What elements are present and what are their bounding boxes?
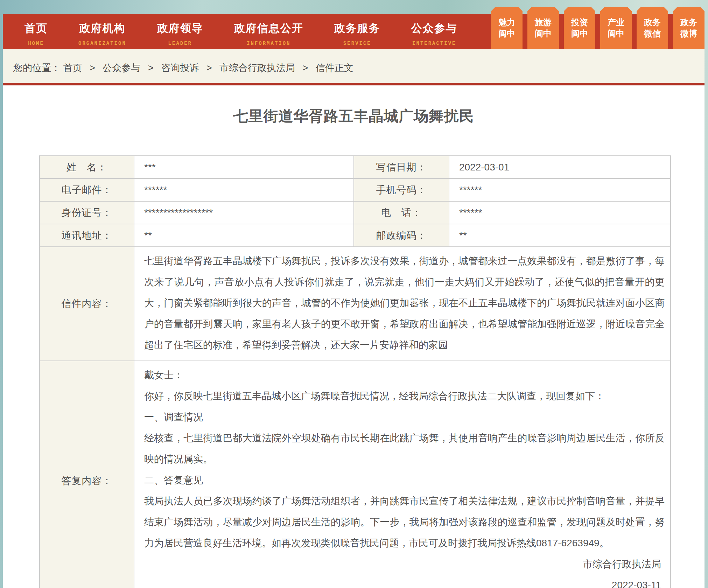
nav-item-sublabel: LEADER (168, 41, 192, 46)
table-row-reply-content: 答复内容： 戴女士： 你好，你反映七里街道五丰晶城小区广场舞噪音扰民情况，经我局… (40, 361, 671, 588)
field-label-id-number: 身份证号： (40, 201, 134, 224)
reply-salutation: 戴女士： (144, 365, 665, 386)
tab-gov-weibo[interactable]: 政务 微博 (673, 7, 705, 49)
breadcrumb-link-enforcement-bureau[interactable]: 市综合行政执法局 (219, 63, 295, 73)
field-value-email: ****** (134, 178, 354, 201)
field-value-mobile: ****** (449, 178, 671, 201)
nav-item-label: 政务服务 (334, 21, 380, 36)
nav-item-organization[interactable]: 政府机构 ORGANIZATION (78, 14, 126, 49)
letter-detail-table: 姓 名： *** 写信日期： 2022-03-01 电子邮件： ****** 手… (39, 155, 671, 588)
reply-section-1-body: 经核查，七里街道巴都大道法院外空坝处确有市民长期在此跳广场舞，其使用音响产生的噪… (144, 428, 665, 470)
nav-item-information[interactable]: 政府信息公开 INFORMATION (234, 14, 303, 49)
field-value-phone: ****** (449, 201, 671, 224)
nav-item-label: 政府信息公开 (234, 21, 303, 36)
tab-label: 阆中 (571, 29, 588, 38)
breadcrumb-separator: > (90, 63, 95, 73)
breadcrumb-separator: > (302, 63, 308, 73)
field-value-postcode: ** (449, 224, 671, 247)
nav-item-label: 政府机构 (79, 21, 125, 36)
nav-item-sublabel: SERVICE (343, 41, 371, 46)
table-row-letter-content: 信件内容： 七里街道华胥路五丰晶城楼下广场舞扰民，投诉多次没有效果，街道办，城管… (40, 247, 671, 361)
tab-label: 微信 (644, 29, 661, 38)
tab-tourism-langzhong[interactable]: 旅游 阆中 (527, 7, 559, 49)
nav-item-home[interactable]: 首页 HOME (24, 14, 48, 49)
reply-section-2-title: 二、答复意见 (144, 470, 665, 491)
tab-label: 阆中 (608, 29, 624, 38)
table-row: 姓 名： *** 写信日期： 2022-03-01 (40, 156, 671, 178)
page-title: 七里街道华胥路五丰晶城广场舞扰民 (3, 106, 705, 126)
field-label-email: 电子邮件： (40, 178, 134, 201)
tab-label: 魅力 (498, 18, 515, 27)
breadcrumb-separator: > (206, 63, 212, 73)
tab-label: 政务 (680, 18, 697, 27)
field-value-name: *** (134, 156, 354, 178)
nav-item-sublabel: INFORMATION (247, 41, 290, 46)
reply-content-label: 答复内容： (40, 361, 134, 588)
field-label-name: 姓 名： (40, 156, 134, 178)
quick-link-tabs: 魅力 阆中 旅游 阆中 投资 阆中 产业 阆中 政务 微信 政务 微博 (491, 7, 705, 49)
tab-label: 投资 (571, 18, 588, 27)
table-row: 身份证号： ****************** 电 话： ****** (40, 201, 671, 224)
reply-intro: 你好，你反映七里街道五丰晶城小区广场舞噪音扰民情况，经我局综合行政执法二大队调查… (144, 386, 665, 407)
nav-item-interactive[interactable]: 公众参与 INTERACTIVE (411, 14, 457, 49)
tab-label: 旅游 (535, 18, 552, 27)
reply-signature: 市综合行政执法局 (144, 554, 665, 575)
tab-label: 阆中 (535, 29, 552, 38)
main-content: 七里街道华胥路五丰晶城广场舞扰民 姓 名： *** 写信日期： 2022-03-… (3, 85, 705, 588)
breadcrumb-label: 您的位置： (13, 63, 61, 73)
nav-item-label: 首页 (24, 21, 48, 36)
top-navigation: 首页 HOME 政府机构 ORGANIZATION 政府领导 LEADER 政府… (3, 14, 705, 49)
tab-gov-wechat[interactable]: 政务 微信 (637, 7, 668, 49)
field-value-write-date: 2022-03-01 (449, 156, 671, 178)
field-label-postcode: 邮政编码： (354, 224, 449, 247)
table-row: 通讯地址： ** 邮政编码： ** (40, 224, 671, 247)
page-container: 首页 HOME 政府机构 ORGANIZATION 政府领导 LEADER 政府… (3, 14, 705, 588)
letter-content-cell: 七里街道华胥路五丰晶城楼下广场舞扰民，投诉多次没有效果，街道办，城管都来过一点效… (134, 247, 671, 361)
field-label-phone: 电 话： (354, 201, 449, 224)
tab-industry-langzhong[interactable]: 产业 阆中 (600, 7, 632, 49)
breadcrumb: 您的位置： 首页 > 公众参与 > 咨询投诉 > 市综合行政执法局 > 信件正文 (3, 49, 705, 83)
field-label-address: 通讯地址： (40, 224, 134, 247)
nav-item-service[interactable]: 政务服务 SERVICE (334, 14, 380, 49)
nav-item-leader[interactable]: 政府领导 LEADER (157, 14, 203, 49)
tab-charming-langzhong[interactable]: 魅力 阆中 (491, 7, 523, 49)
nav-item-sublabel: INTERACTIVE (412, 41, 456, 46)
tab-label: 微博 (680, 29, 697, 38)
nav-item-label: 政府领导 (157, 21, 203, 36)
reply-section-1-title: 一、调查情况 (144, 407, 665, 428)
letter-content-label: 信件内容： (40, 247, 134, 361)
reply-section-2-body: 我局执法人员已多次现场约谈了广场舞活动组织者，并向跳舞市民宣传了相关法律法规，建… (144, 491, 665, 554)
field-label-write-date: 写信日期： (354, 156, 449, 178)
tab-label: 产业 (608, 18, 624, 27)
tab-investment-langzhong[interactable]: 投资 阆中 (564, 7, 595, 49)
reply-content-cell: 戴女士： 你好，你反映七里街道五丰晶城小区广场舞噪音扰民情况，经我局综合行政执法… (134, 361, 671, 588)
breadcrumb-separator: > (148, 63, 154, 73)
tab-label: 政务 (644, 18, 661, 27)
letter-content-text: 七里街道华胥路五丰晶城楼下广场舞扰民，投诉多次没有效果，街道办，城管都来过一点效… (144, 251, 665, 356)
field-value-address: ** (134, 224, 354, 247)
nav-item-sublabel: HOME (28, 41, 44, 46)
breadcrumb-link-home[interactable]: 首页 (63, 63, 82, 73)
tab-label: 阆中 (498, 29, 515, 38)
red-divider (3, 83, 705, 85)
breadcrumb-current: 信件正文 (316, 63, 353, 73)
field-value-id-number: ****************** (134, 201, 354, 224)
reply-date: 2022-03-11 (144, 575, 665, 588)
nav-item-label: 公众参与 (411, 21, 457, 36)
table-row: 电子邮件： ****** 手机号码： ****** (40, 178, 671, 201)
nav-item-sublabel: ORGANIZATION (78, 41, 126, 46)
field-label-mobile: 手机号码： (354, 178, 449, 201)
breadcrumb-link-consult-complaint[interactable]: 咨询投诉 (161, 63, 199, 73)
breadcrumb-link-interactive[interactable]: 公众参与 (103, 63, 140, 73)
